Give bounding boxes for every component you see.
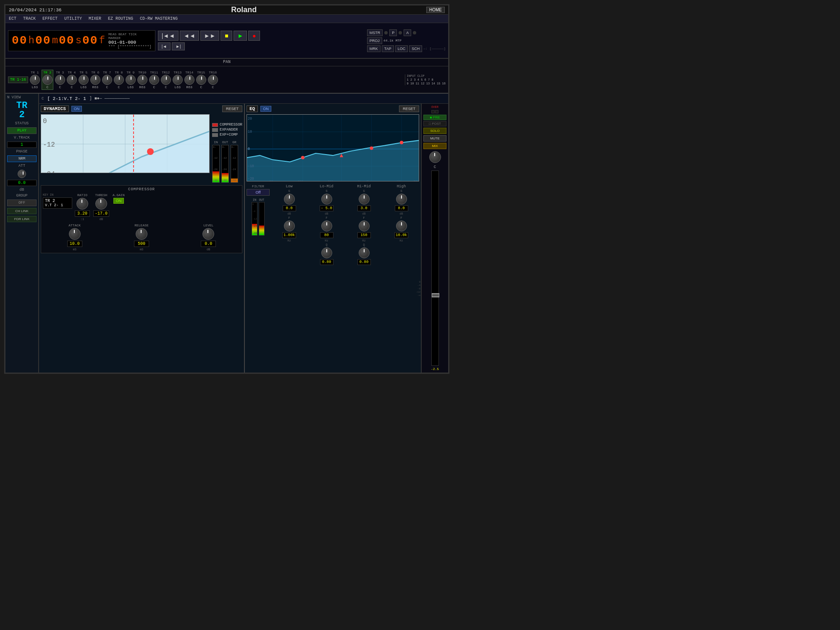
svg-text:10: 10 xyxy=(248,130,252,134)
tap-button[interactable]: TAP xyxy=(382,45,394,52)
eq-lo-mid-f-knob[interactable] xyxy=(321,220,332,231)
eq-low-f-knob[interactable] xyxy=(284,220,295,231)
menu-ez-routing[interactable]: EZ ROUTING xyxy=(108,16,133,21)
svg-point-30 xyxy=(370,147,373,150)
marker-label: MARKER xyxy=(108,36,152,40)
eq-lo-mid-q-value: 0.80 xyxy=(320,259,333,265)
ratio-param: RATIO 3.20 :1 xyxy=(75,193,90,221)
ch-volume-knob[interactable] xyxy=(429,151,441,163)
track-16-pan-knob[interactable] xyxy=(208,75,218,85)
track-4-pan-knob[interactable] xyxy=(67,75,77,85)
svg-text:-20: -20 xyxy=(248,177,254,181)
phase-value[interactable]: NRM xyxy=(7,155,37,162)
exp-comp-type-btn[interactable]: EXP+COMP xyxy=(212,133,242,137)
track-14-pan-knob[interactable] xyxy=(184,75,194,85)
svg-text:20: 20 xyxy=(269,180,273,181)
dynamics-on-button[interactable]: ON xyxy=(71,106,82,112)
track-10-pan-knob[interactable] xyxy=(137,75,147,85)
eq-low-g-knob[interactable] xyxy=(284,194,295,205)
play-button[interactable]: ► xyxy=(234,31,247,41)
a-button[interactable]: A xyxy=(404,29,411,36)
record-button[interactable]: ● xyxy=(248,31,260,41)
pre-button[interactable]: ■ PRE xyxy=(423,115,446,120)
menu-utility[interactable]: UTILITY xyxy=(64,16,82,21)
track-1-pan-knob[interactable] xyxy=(30,75,40,85)
track-11-pan-knob[interactable] xyxy=(149,75,159,85)
track-13-pan-knob[interactable] xyxy=(173,75,183,85)
track-5-pan-knob[interactable] xyxy=(79,75,89,85)
att-knob[interactable] xyxy=(18,170,26,178)
ratio-knob[interactable] xyxy=(76,198,88,210)
loc-button[interactable]: LOC xyxy=(395,45,408,52)
ch-link-button[interactable]: CH LINK xyxy=(7,208,37,214)
post-button[interactable]: □ POST xyxy=(423,121,446,126)
thresh-knob[interactable] xyxy=(95,198,107,210)
skip-rewind-button[interactable]: |◄◄ xyxy=(158,31,178,41)
att-label: ATT xyxy=(7,164,37,168)
eq-graph: 20 10 0 -10 -20 20 100 200 1k 2k 10k xyxy=(247,114,419,181)
fdr-link-button[interactable]: FDR LINK xyxy=(7,216,37,222)
rewind-button[interactable]: ◄◄ xyxy=(180,31,199,41)
menu-mixer[interactable]: MIXER xyxy=(89,16,101,21)
thresh-param: THRESH -17.0 dB xyxy=(93,193,109,221)
eq-hi-mid-f-knob[interactable] xyxy=(359,220,370,231)
stop-button[interactable]: ■ xyxy=(220,31,232,41)
time-display: 00 h 00 m 00 s 00 f MEAS BEAT TICK MARKE… xyxy=(8,30,155,51)
skip-forward-button[interactable]: ►| xyxy=(172,42,185,50)
eq-hi-mid-f-value: 150 xyxy=(357,232,371,238)
filter-off-button[interactable]: Off xyxy=(247,189,270,196)
level-knob[interactable] xyxy=(202,228,214,240)
eq-lo-mid-g-value: - 5.0 xyxy=(320,205,333,211)
menu-cdrw[interactable]: CD-RW MASTERING xyxy=(140,16,178,21)
fader-handle[interactable] xyxy=(432,293,439,297)
svg-text:20k: 20k xyxy=(414,180,419,181)
time-minutes: 00 xyxy=(35,34,51,47)
p-button[interactable]: P xyxy=(389,29,397,36)
sch-button[interactable]: SCH xyxy=(409,45,422,52)
tr-display: TR2 xyxy=(7,101,37,120)
menu-track[interactable]: TRACK xyxy=(23,16,36,21)
track-8-pan-knob[interactable] xyxy=(114,75,124,85)
solo-button[interactable]: SOLO xyxy=(423,128,446,134)
mstr-button[interactable]: MSTR xyxy=(367,29,383,36)
menu-ect[interactable]: ECT xyxy=(9,16,16,21)
eq-lo-mid-g-knob[interactable] xyxy=(321,194,332,205)
track-6-pan-knob[interactable] xyxy=(90,75,100,85)
eq-high-g-knob[interactable] xyxy=(396,194,407,205)
forward-button[interactable]: ►► xyxy=(200,31,220,41)
mix-button[interactable]: MIX xyxy=(423,143,446,149)
dynamics-reset-button[interactable]: RESET xyxy=(222,105,242,112)
dir-section: DIR -2.5 xyxy=(398,373,421,374)
track-9-pan-knob[interactable] xyxy=(126,75,136,85)
track-15-pan-knob[interactable] xyxy=(196,75,206,85)
track-2-pan-knob[interactable] xyxy=(42,75,52,85)
eq-low-band: Low G 0.0 dB F 1.00k Hz xyxy=(271,184,307,242)
skip-back-button[interactable]: |◄ xyxy=(158,42,171,50)
attack-value: 10.0 xyxy=(67,241,82,247)
again-on-button[interactable]: ON xyxy=(113,198,124,204)
eq-title: EQ xyxy=(247,105,258,112)
compressor-type-btn[interactable]: COMPRESSOR xyxy=(212,123,242,127)
eq-hi-mid-g-knob[interactable] xyxy=(359,194,370,205)
out-meter-group: OUT 0— -12 -24 -40 xyxy=(221,140,229,183)
eq-on-button[interactable]: ON xyxy=(260,106,271,112)
channel-fader[interactable] xyxy=(431,171,439,366)
track-7-pan-knob[interactable] xyxy=(102,75,112,85)
release-knob[interactable] xyxy=(136,228,147,240)
attack-knob[interactable] xyxy=(69,228,81,240)
eq-high-f-knob[interactable] xyxy=(396,220,407,231)
track-12-pan-knob[interactable] xyxy=(161,75,171,85)
proj-button[interactable]: PROJ xyxy=(367,37,382,44)
menu-effect[interactable]: EFFECT xyxy=(42,16,58,21)
mute-button[interactable]: MUTE xyxy=(423,135,446,142)
track-range-selector[interactable]: TR 1-16 xyxy=(8,76,28,83)
mrk-button[interactable]: MRK xyxy=(367,45,381,52)
expander-type-btn[interactable]: EXPANDER xyxy=(212,128,242,132)
home-button[interactable]: HOME xyxy=(426,7,445,13)
eq-lo-mid-q-knob[interactable] xyxy=(321,247,332,258)
track-view-path: [ 2-1:V.T 2- 1 xyxy=(47,96,86,101)
group-value[interactable]: OFF xyxy=(7,200,37,206)
eq-hi-mid-q-knob[interactable] xyxy=(359,247,370,258)
track-3-pan-knob[interactable] xyxy=(55,75,65,85)
eq-reset-button[interactable]: RESET xyxy=(399,105,419,112)
